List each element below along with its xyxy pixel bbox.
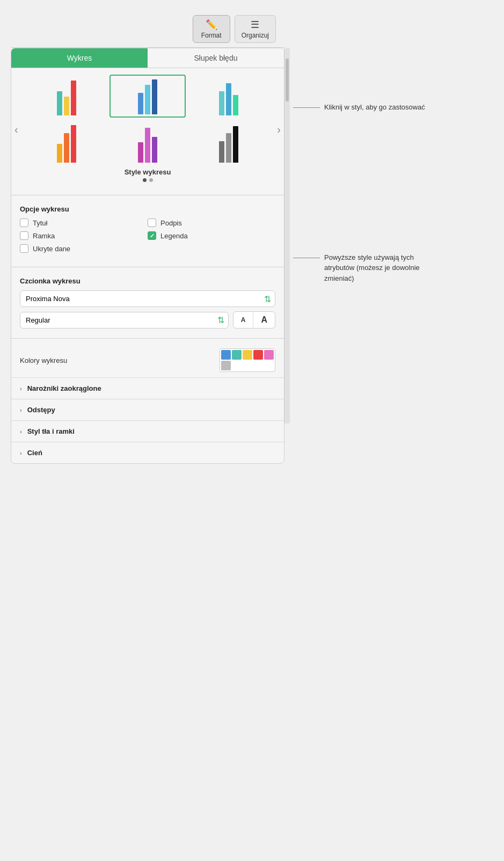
font-style-wrapper: Regular ⇅ [20,312,229,329]
checkbox-tytul-row: Tytuł [20,218,148,227]
organizuj-button[interactable]: ☰ Organizuj [235,15,276,43]
opcje-wykresu-title: Opcje wykresu [20,205,275,213]
scrollbar[interactable] [286,48,290,424]
scrollbar-thumb[interactable] [286,59,289,101]
dot-1[interactable] [143,178,147,182]
styl-tla-chevron-icon: › [20,428,22,435]
font-size-decrease-button[interactable]: A [233,312,254,328]
styl-tla-label: Styl tła i ramki [27,427,75,435]
checkbox-ramka-row: Ramka [20,231,148,240]
checkbox-tytul[interactable] [20,218,28,227]
opcje-wykresu-section: Opcje wykresu Tytuł Podpis [11,200,284,262]
font-row: Regular ⇅ A A [20,311,275,329]
format-icon: ✏️ [206,19,217,31]
checkbox-legenda-label: Legenda [160,232,188,240]
checkbox-podpis-label: Podpis [160,219,182,227]
color-swatch-5[interactable] [264,350,274,360]
side-panel: Wykres Słupek błędu ‹ [11,48,284,464]
odstepy-label: Odstępy [27,406,55,414]
checkbox-pair-2: Ramka Legenda [20,231,275,244]
checkbox-legenda-row: Legenda [148,231,275,240]
divider-3 [11,338,284,339]
toolbar: ✏️ Format ☰ Organizuj [11,11,284,48]
odstepy-section[interactable]: › Odstępy [11,399,284,420]
annotation-2-text: Powyższe style używają tych atrybutów (m… [320,252,445,284]
divider-1 [11,195,284,195]
cien-section[interactable]: › Cień [11,442,284,463]
checkbox-pair-1: Tytuł Podpis [20,218,275,231]
checkbox-ukryte-label: Ukryte dane [33,245,70,253]
font-style-select[interactable]: Regular [20,312,229,329]
chart-style-1[interactable] [28,75,105,118]
checkbox-podpis[interactable] [148,218,156,227]
style-title: Style wykresu [18,168,277,176]
checkbox-ukryte[interactable] [20,244,28,253]
color-swatch-3[interactable] [243,350,252,360]
annotation-2: Powyższe style używają tych atrybutów (m… [293,252,445,284]
format-button[interactable]: ✏️ Format [193,15,230,43]
kolory-label: Kolory wykresu [20,356,67,364]
checkbox-ramka-label: Ramka [33,232,55,240]
tab-wykres[interactable]: Wykres [11,48,148,68]
color-swatches[interactable] [220,348,275,372]
narozniki-chevron-icon: › [20,385,22,392]
organizuj-icon: ☰ [251,19,259,31]
chart-style-2[interactable] [109,75,186,118]
carousel-right-button[interactable]: › [275,121,283,138]
checkbox-ukryte-row: Ukryte dane [20,244,275,253]
divider-2 [11,267,284,267]
organizuj-label: Organizuj [242,32,269,39]
dot-2[interactable] [149,178,153,182]
narozniki-section[interactable]: › Narożniki zaokrąglone [11,377,284,399]
color-swatch-1[interactable] [221,350,231,360]
kolory-wykresu-section: Kolory wykresu [11,343,284,377]
chart-style-3[interactable] [190,75,267,118]
checkbox-tytul-label: Tytuł [33,219,47,227]
chart-style-4[interactable] [28,122,105,165]
czcionka-wykresu-title: Czcionka wykresu [20,277,275,285]
chart-style-5[interactable] [109,122,186,165]
font-size-buttons: A A [233,311,275,329]
color-swatch-4[interactable] [253,350,263,360]
chart-styles-area: ‹ [11,68,284,191]
colors-row: Kolory wykresu [20,348,275,372]
tabs: Wykres Słupek błędu [11,48,284,68]
carousel-left-button[interactable]: ‹ [12,121,20,138]
czcionka-wykresu-section: Czcionka wykresu Proxima Nova ⇅ Regular … [11,272,284,334]
color-swatch-6[interactable] [221,361,231,370]
checkbox-podpis-row: Podpis [148,218,275,227]
font-name-wrapper: Proxima Nova ⇅ [20,290,275,307]
annotation-1-text: Kliknij w styl, aby go zastosować [320,102,425,113]
chart-grid [18,75,277,165]
style-title-area: Style wykresu [18,165,277,184]
checkbox-ramka[interactable] [20,231,28,240]
annotation-1: Kliknij w styl, aby go zastosować [293,102,445,113]
odstepy-chevron-icon: › [20,407,22,413]
cien-chevron-icon: › [20,450,22,456]
font-name-select[interactable]: Proxima Nova [20,290,275,307]
chart-style-6[interactable] [190,122,267,165]
cien-label: Cień [27,449,42,457]
narozniki-label: Narożniki zaokrąglone [27,384,101,392]
styl-tla-section[interactable]: › Styl tła i ramki [11,420,284,442]
color-swatch-2[interactable] [232,350,242,360]
checkbox-legenda[interactable] [148,231,156,240]
font-size-increase-button[interactable]: A [253,312,275,328]
dot-indicators [18,178,277,182]
format-label: Format [201,32,222,39]
tab-slupek-bledu[interactable]: Słupek błędu [148,48,284,68]
